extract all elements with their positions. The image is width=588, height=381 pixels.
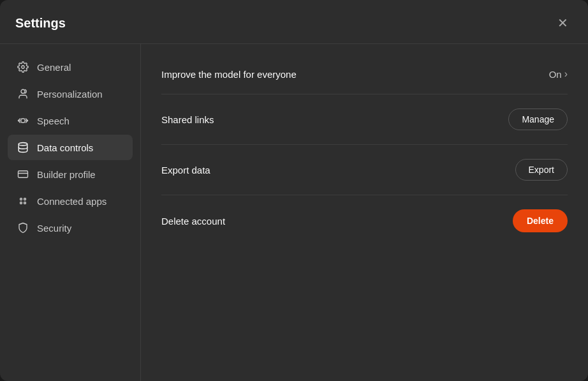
delete-button[interactable]: Delete [513, 209, 568, 232]
svg-point-11 [24, 202, 26, 204]
sidebar-item-speech[interactable]: Speech [8, 108, 133, 133]
improve-model-action[interactable]: On › [549, 68, 568, 80]
sidebar-item-general-label: General [37, 62, 71, 73]
improve-model-row[interactable]: Improve the model for everyone On › [161, 54, 568, 94]
export-data-label: Export data [161, 165, 210, 176]
modal-body: General Personalization Speech [0, 44, 588, 381]
close-button[interactable]: ✕ [552, 13, 573, 33]
sidebar-item-connected-apps-label: Connected apps [37, 196, 107, 207]
shared-links-action: Manage [508, 108, 568, 130]
delete-account-label: Delete account [161, 216, 225, 227]
shield-icon [17, 221, 29, 234]
sidebar: General Personalization Speech [0, 44, 140, 381]
id-card-icon [17, 168, 29, 181]
svg-point-0 [22, 66, 25, 69]
sidebar-item-personalization[interactable]: Personalization [8, 81, 133, 107]
manage-button[interactable]: Manage [508, 108, 568, 130]
svg-rect-4 [21, 119, 25, 123]
delete-account-row: Delete account Delete [161, 195, 568, 246]
sidebar-item-builder-profile[interactable]: Builder profile [8, 161, 133, 187]
export-data-row: Export data Export [161, 145, 568, 195]
svg-point-8 [20, 198, 22, 200]
sidebar-item-security[interactable]: Security [8, 215, 133, 241]
improve-model-label: Improve the model for everyone [161, 69, 297, 80]
svg-rect-6 [18, 171, 28, 178]
sidebar-item-data-controls[interactable]: Data controls [8, 135, 133, 160]
person-icon [17, 87, 29, 100]
on-status: On [549, 69, 562, 80]
chevron-right-icon: › [564, 68, 568, 80]
settings-modal: Settings ✕ General Personalization [0, 0, 588, 381]
export-data-action: Export [515, 159, 568, 181]
sidebar-item-personalization-label: Personalization [37, 89, 103, 100]
sidebar-item-general[interactable]: General [8, 54, 133, 80]
content-area: Improve the model for everyone On › Shar… [140, 44, 588, 381]
gear-icon [17, 61, 29, 73]
sidebar-item-speech-label: Speech [37, 116, 70, 126]
sidebar-item-data-controls-label: Data controls [37, 142, 93, 153]
database-icon [17, 141, 29, 154]
sidebar-item-builder-profile-label: Builder profile [37, 169, 96, 180]
shared-links-label: Shared links [161, 114, 214, 125]
svg-point-5 [18, 143, 27, 146]
sidebar-item-security-label: Security [37, 223, 71, 234]
export-button[interactable]: Export [515, 159, 568, 181]
modal-header: Settings ✕ [0, 0, 588, 44]
apps-icon [17, 195, 29, 207]
shared-links-row: Shared links Manage [161, 94, 568, 145]
waveform-icon [17, 114, 29, 127]
svg-point-10 [20, 202, 22, 204]
svg-point-9 [24, 198, 26, 200]
delete-account-action: Delete [513, 209, 568, 232]
sidebar-item-connected-apps[interactable]: Connected apps [8, 188, 133, 214]
svg-point-1 [21, 89, 25, 93]
modal-title: Settings [15, 16, 66, 31]
